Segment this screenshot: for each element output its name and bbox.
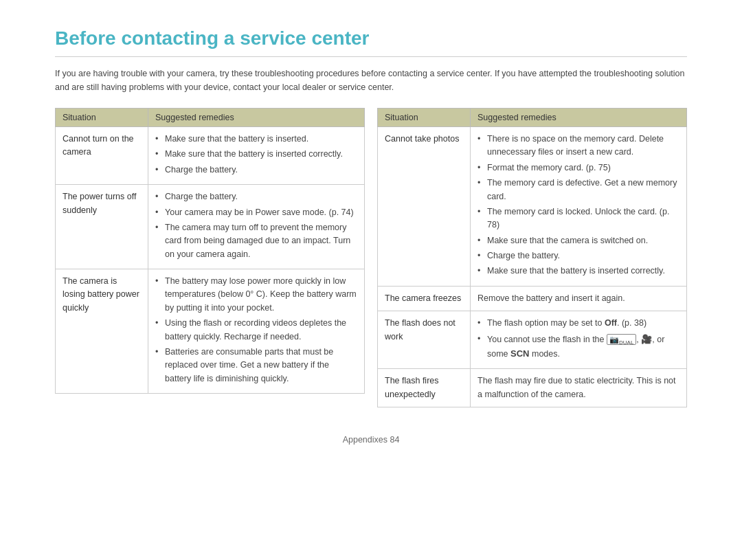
- list-item: Batteries are consumable parts that must…: [155, 346, 357, 385]
- situation-label: The flash fires unexpectedly: [378, 369, 471, 407]
- list-item: Format the memory card. (p. 75): [477, 161, 679, 175]
- remedies-cell: Charge the battery. Your camera may be i…: [148, 185, 365, 269]
- list-item: Using the flash or recording videos depl…: [155, 317, 357, 344]
- remedies-cell: The flash may fire due to static electri…: [471, 369, 687, 407]
- list-item: Your camera may be in Power save mode. (…: [155, 206, 357, 219]
- left-table: Situation Suggested remedies Cannot turn…: [55, 108, 365, 394]
- situation-label: Cannot take photos: [378, 127, 471, 287]
- right-table: Situation Suggested remedies Cannot take…: [377, 108, 687, 407]
- right-col-situation: Situation: [378, 109, 471, 127]
- remedies-cell: There is no space on the memory card. De…: [471, 127, 687, 287]
- table-row: The flash fires unexpectedly The flash m…: [378, 369, 687, 407]
- right-col-remedies: Suggested remedies: [471, 109, 687, 127]
- situation-label: The flash does not work: [378, 311, 471, 369]
- table-row: The camera is losing battery power quick…: [56, 269, 365, 394]
- remedies-cell: Make sure that the battery is inserted. …: [148, 127, 365, 185]
- situation-label: The camera is losing battery power quick…: [56, 269, 148, 394]
- table-row: Cannot turn on the camera Make sure that…: [56, 127, 365, 185]
- list-item: Charge the battery.: [155, 164, 357, 177]
- list-item: The camera may turn off to prevent the m…: [155, 221, 357, 261]
- list-item: Make sure that the battery is inserted c…: [477, 265, 679, 278]
- tables-wrapper: Situation Suggested remedies Cannot turn…: [55, 108, 687, 407]
- list-item: Charge the battery.: [477, 249, 679, 262]
- list-item: The memory card is defective. Get a new …: [477, 177, 679, 203]
- table-row: Cannot take photos There is no space on …: [378, 127, 687, 287]
- situation-label: The power turns off suddenly: [56, 185, 148, 269]
- remedies-cell: The battery may lose power more quickly …: [148, 269, 365, 394]
- remedies-cell: Remove the battery and insert it again.: [471, 286, 687, 311]
- table-row: The camera freezes Remove the battery an…: [378, 286, 687, 311]
- page-footer: Appendixes 84: [55, 435, 687, 445]
- intro-text: If you are having trouble with your came…: [55, 67, 687, 94]
- list-item: Make sure that the battery is inserted c…: [155, 148, 357, 161]
- list-item: The memory card is locked. Unlock the ca…: [477, 205, 679, 232]
- list-item: The battery may lose power more quickly …: [155, 275, 357, 315]
- list-item: There is no space on the memory card. De…: [477, 133, 679, 159]
- situation-label: Cannot turn on the camera: [56, 127, 148, 185]
- page-title: Before contacting a service center: [55, 27, 687, 57]
- table-row: The flash does not work The flash option…: [378, 311, 687, 369]
- situation-label: The camera freezes: [378, 286, 471, 311]
- remedies-cell: The flash option may be set to Off. (p. …: [471, 311, 687, 369]
- left-col-remedies: Suggested remedies: [148, 109, 365, 127]
- table-row: The power turns off suddenly Charge the …: [56, 185, 365, 269]
- list-item: Charge the battery.: [155, 190, 357, 203]
- list-item: Make sure that the battery is inserted.: [155, 133, 357, 146]
- list-item: You cannot use the flash in the 📷DUAL, 🎥…: [477, 333, 679, 361]
- left-col-situation: Situation: [56, 109, 148, 127]
- list-item: The flash option may be set to Off. (p. …: [477, 317, 679, 330]
- list-item: Make sure that the camera is switched on…: [477, 234, 679, 247]
